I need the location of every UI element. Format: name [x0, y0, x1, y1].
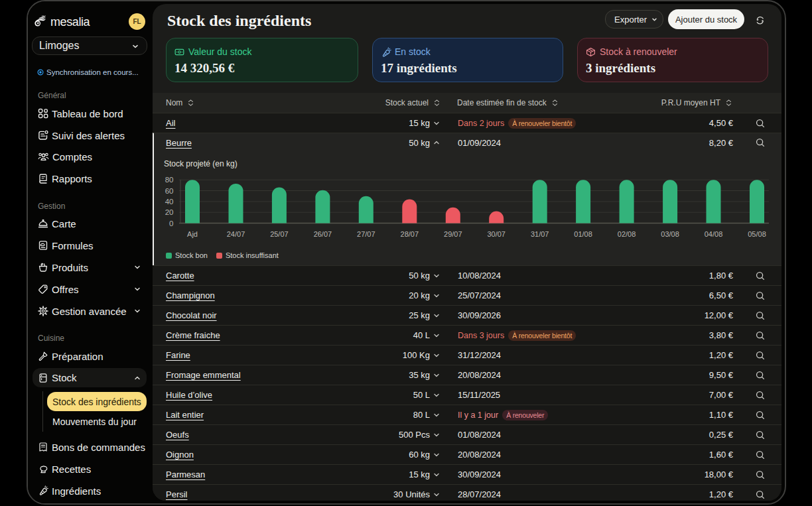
svg-text:27/07: 27/07 [357, 230, 375, 238]
svg-text:26/07: 26/07 [314, 230, 332, 238]
svg-text:31/07: 31/07 [531, 230, 549, 238]
svg-text:60: 60 [165, 187, 174, 195]
svg-text:03/08: 03/08 [661, 230, 679, 238]
svg-text:0: 0 [169, 220, 173, 227]
svg-text:04/08: 04/08 [705, 230, 723, 238]
svg-text:Ajd: Ajd [187, 230, 198, 238]
svg-text:80: 80 [165, 176, 174, 184]
svg-text:30/07: 30/07 [487, 230, 506, 238]
svg-text:28/07: 28/07 [401, 230, 419, 238]
svg-text:29/07: 29/07 [444, 230, 462, 238]
svg-text:01/08: 01/08 [574, 230, 592, 238]
svg-text:25/07: 25/07 [270, 230, 289, 238]
svg-text:24/07: 24/07 [227, 230, 245, 238]
svg-text:40: 40 [165, 198, 174, 206]
svg-text:20: 20 [165, 208, 174, 216]
svg-text:05/08: 05/08 [748, 230, 766, 238]
svg-text:02/08: 02/08 [618, 230, 636, 238]
